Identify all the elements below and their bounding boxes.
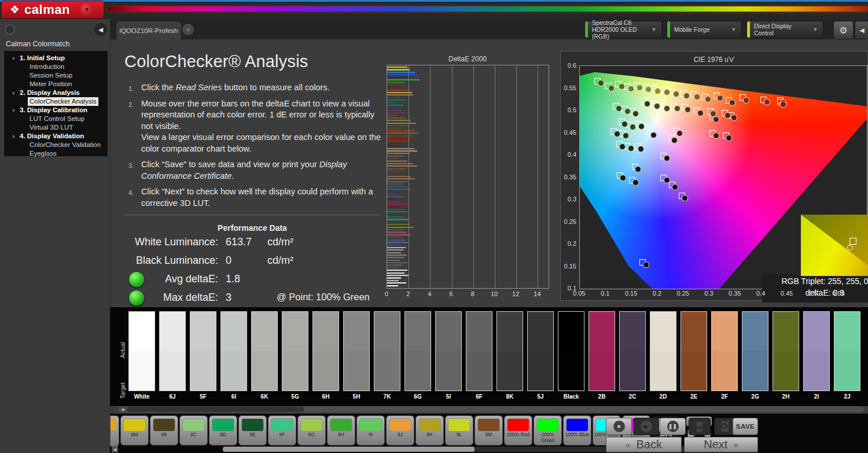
nav-item-colorchecker-validation[interactable]: ColorChecker Validation <box>4 141 108 149</box>
nav-item-virtual-3d-lut[interactable]: Virtual 3D LUT <box>4 123 108 132</box>
tab-active[interactable]: iQOOZ10R-Profesh <box>116 21 182 40</box>
measured-point[interactable] <box>654 103 660 109</box>
deltae-bar[interactable] <box>387 150 417 152</box>
deltae-bar[interactable] <box>387 191 402 192</box>
measured-point[interactable] <box>664 177 670 183</box>
comparator-swatch-5f[interactable]: 5F <box>190 311 216 400</box>
scroll-left-icon[interactable]: ◀ <box>119 406 126 413</box>
pattern-thumb-9i[interactable]: 9I <box>356 415 385 445</box>
deltae-bar[interactable] <box>387 194 400 195</box>
deltae-bar[interactable] <box>387 201 406 202</box>
deltae-bar[interactable] <box>387 102 398 103</box>
comparator-swatch-7k[interactable]: 7K <box>374 311 400 400</box>
measured-point[interactable] <box>637 84 643 91</box>
deltae-bar[interactable] <box>387 249 403 251</box>
deltae-bar[interactable] <box>387 120 411 121</box>
deltae-bar[interactable] <box>387 196 404 197</box>
measured-point[interactable] <box>671 137 678 143</box>
deltae-bar[interactable] <box>387 125 409 126</box>
measured-point[interactable] <box>608 85 615 91</box>
strip-scroll-thumb[interactable] <box>223 447 475 452</box>
measured-point[interactable] <box>664 89 670 95</box>
comparator-swatch-2j[interactable]: 2J <box>834 311 860 400</box>
comparator-swatch-2d[interactable]: 2D <box>650 311 676 400</box>
deltae-bar[interactable] <box>387 115 397 116</box>
deltae-bar[interactable] <box>387 183 403 185</box>
deltae-plot-area[interactable] <box>387 65 549 289</box>
measured-point[interactable] <box>694 94 700 100</box>
add-tab-button[interactable]: + <box>182 24 194 35</box>
deltae-bar[interactable] <box>387 247 406 248</box>
comparator-swatch-5i[interactable]: 5I <box>435 311 462 400</box>
deltae-bar[interactable] <box>387 156 404 157</box>
deltae-bar[interactable] <box>387 79 420 80</box>
nav-item-introduction[interactable]: Introduction <box>4 62 108 71</box>
deltae-bar[interactable] <box>387 237 402 238</box>
deltae-bar[interactable] <box>387 229 403 230</box>
nav-item-session-setup[interactable]: Session Setup <box>4 71 108 80</box>
stop-button[interactable]: ■ <box>606 418 632 435</box>
comparator-swatch-2b[interactable]: 2B <box>589 311 615 400</box>
measured-point[interactable] <box>619 83 625 90</box>
pattern-thumb-9c[interactable]: 9C <box>179 415 208 445</box>
deltae-bar[interactable] <box>387 110 401 111</box>
measured-point[interactable] <box>650 132 657 138</box>
measured-point[interactable] <box>632 179 639 186</box>
settings-gear-button[interactable]: ⚙ <box>833 21 854 39</box>
deltae-bar[interactable] <box>387 222 400 223</box>
deltae-bar[interactable] <box>387 87 402 88</box>
calman-logo[interactable]: ❖ calman ▼ <box>1 1 104 19</box>
deltae-bar[interactable] <box>387 231 406 233</box>
comparator-swatch-6i[interactable]: 6I <box>220 311 247 400</box>
deltae-bar[interactable] <box>387 171 401 172</box>
measured-point[interactable] <box>630 124 636 130</box>
deltae-bar[interactable] <box>387 234 411 235</box>
measured-point[interactable] <box>780 101 786 108</box>
comparator-swatch-2c[interactable]: 2C <box>619 311 646 400</box>
comparator-swatch-5g[interactable]: 5G <box>282 311 308 400</box>
deltae-bar[interactable] <box>387 112 404 113</box>
pattern-thumb-9g[interactable]: 9G <box>297 415 326 445</box>
measured-point[interactable] <box>614 131 620 137</box>
deltae-bar[interactable] <box>387 160 407 161</box>
pattern-thumb-100-green[interactable]: 100% Green <box>534 415 562 445</box>
pattern-thumb-100-red[interactable]: 100% Red <box>504 415 532 445</box>
deltae-bar[interactable] <box>387 140 410 141</box>
pattern-thumb-9k[interactable]: 9K <box>415 415 444 445</box>
deltae-bar[interactable] <box>387 257 404 258</box>
comparator-swatch-6g[interactable]: 6G <box>404 311 431 400</box>
measured-point[interactable] <box>705 96 711 102</box>
measured-point[interactable] <box>676 130 683 137</box>
deltae-bar[interactable] <box>387 214 399 215</box>
measured-point[interactable] <box>713 132 719 139</box>
deltae-bar[interactable] <box>387 270 407 271</box>
next-button[interactable]: Next » <box>684 437 758 452</box>
deltae-bar[interactable] <box>387 204 410 205</box>
deltae-bar[interactable] <box>387 252 401 253</box>
measured-point[interactable] <box>638 146 644 152</box>
comparator-swatch-8k[interactable]: 8K <box>496 311 523 400</box>
pattern-thumb-9e[interactable]: 9E <box>238 415 267 445</box>
deltae-bar[interactable] <box>387 132 418 134</box>
deltae-bar[interactable] <box>387 176 411 177</box>
measured-point[interactable] <box>635 166 641 172</box>
deltae-bar[interactable] <box>387 280 399 281</box>
deltae-bar[interactable] <box>387 117 406 119</box>
sidebar-collapse-button[interactable]: ◀ <box>94 23 107 36</box>
nav-item-lut-control-setup[interactable]: LUT Control Setup <box>4 115 108 123</box>
measured-point[interactable] <box>628 86 634 92</box>
measured-point[interactable] <box>674 105 681 112</box>
comparator-swatch-2f[interactable]: 2F <box>711 311 738 400</box>
deltae-bar[interactable] <box>387 224 410 225</box>
deltae-bar[interactable] <box>387 100 406 101</box>
nav-item-eyeglass[interactable]: Eyeglass <box>4 149 108 158</box>
measured-point[interactable] <box>710 111 716 117</box>
measured-point[interactable] <box>724 112 731 119</box>
deltae-bar[interactable] <box>387 74 417 75</box>
measured-point[interactable] <box>731 115 737 121</box>
pattern-thumb-100-blue[interactable]: 100% Blue <box>563 415 591 445</box>
deltae-bar[interactable] <box>387 189 411 190</box>
nav-section-1[interactable]: 1. Initial Setup <box>4 54 108 62</box>
play-button[interactable]: ▶ <box>633 418 659 435</box>
comparator-scroll-thumb[interactable] <box>127 407 304 412</box>
